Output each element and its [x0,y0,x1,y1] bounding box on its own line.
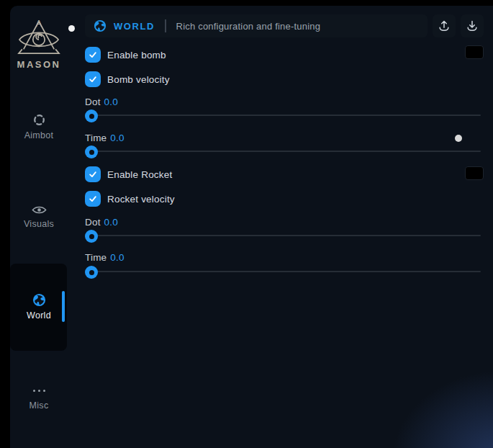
slider-knob-rocket-time[interactable] [85,266,98,279]
checkbox-rocket-velocity[interactable] [85,191,101,207]
upload-button[interactable] [433,14,456,37]
slider-value: 0.0 [110,133,124,143]
slider-value: 0.0 [104,217,118,228]
sidebar-item-misc[interactable]: Misc [10,384,68,411]
header-divider [165,19,166,32]
slider-track-bomb-dot[interactable] [86,115,481,116]
row-rocket-velocity: Rocket velocity [85,191,175,207]
header-bar: WORLD Rich configuration and fine-tuning [85,14,428,37]
checkbox-label: Enable Rocket [107,169,172,180]
slider-label-bomb-dot: Dot0.0 [85,97,118,107]
row-bomb-velocity: Bomb velocity [85,71,170,87]
eye-icon [32,205,47,215]
row-enable-rocket: Enable Rocket [85,166,172,182]
sidebar-item-aimbot[interactable]: Aimbot [10,113,68,140]
page-subtitle: Rich configuration and fine-tuning [176,21,320,32]
checkbox-label: Rocket velocity [107,194,175,205]
check-icon [88,194,98,204]
slider-knob-bomb-time[interactable] [85,145,98,158]
slider-label-rocket-dot: Dot0.0 [85,217,118,228]
masonic-eye-pyramid-icon: A [17,17,61,58]
ellipsis-icon [33,384,45,397]
sidebar-item-visuals[interactable]: Visuals [10,205,68,229]
checkbox-enable-bomb[interactable] [85,47,101,63]
cursor-dot [68,25,75,32]
sidebar: A MASON Aimbot [10,6,76,448]
slider-value: 0.0 [110,252,124,263]
checkbox-bomb-velocity[interactable] [85,71,101,87]
sidebar-item-label: World [27,310,51,321]
upload-icon [438,19,451,32]
download-icon [466,19,479,32]
sidebar-item-label: Aimbot [24,130,54,140]
slider-value: 0.0 [104,97,118,107]
screen: A MASON Aimbot [0,0,493,448]
slider-track-rocket-time[interactable] [86,271,481,272]
slider-knob-rocket-dot[interactable] [85,230,98,243]
row-enable-bomb: Enable bomb [85,47,166,63]
sidebar-item-label: Misc [30,400,49,411]
slider-track-bomb-time[interactable] [86,151,481,152]
globe-icon [32,293,46,307]
color-swatch-rocket[interactable] [465,166,484,180]
globe-icon [94,19,107,32]
check-icon [88,169,98,179]
active-indicator-bar [62,291,65,322]
checkbox-label: Bomb velocity [107,74,170,85]
slider-label-bomb-time: Time0.0 [85,133,125,143]
sidebar-item-world[interactable]: World [10,293,68,321]
download-button[interactable] [461,14,484,37]
sidebar-item-label: Visuals [24,219,54,229]
slider-track-rocket-dot[interactable] [86,235,481,236]
check-icon [88,74,98,84]
app-window: A MASON Aimbot [10,6,493,448]
crosshair-icon [32,113,46,127]
color-swatch-bomb[interactable] [465,45,484,59]
slider-label-rocket-time: Time0.0 [85,252,125,263]
checkbox-label: Enable bomb [107,50,166,61]
checkbox-enable-rocket[interactable] [85,166,101,182]
slider-knob-bomb-dot[interactable] [85,109,98,122]
cursor-dot [455,135,462,142]
brand-name: MASON [10,59,68,70]
check-icon [88,50,98,60]
page-title: WORLD [114,21,155,32]
